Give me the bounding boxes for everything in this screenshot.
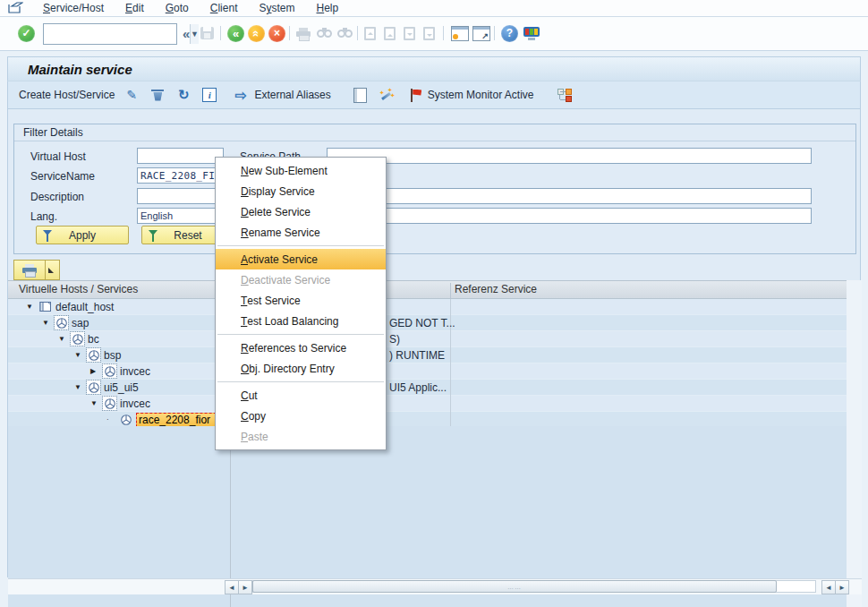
context-menu-item[interactable]: Rename Service	[216, 222, 386, 243]
context-menu-item[interactable]: Cut	[216, 385, 386, 406]
expander-icon[interactable]: ▼	[58, 335, 71, 343]
column-separator	[450, 347, 451, 363]
external-aliases-arrow-icon[interactable]: ⇨	[232, 87, 250, 103]
column-divider[interactable]	[450, 283, 451, 298]
scroll-left-button[interactable]: ◄	[225, 580, 239, 594]
scroll-left-button-right-pane[interactable]: ◄	[821, 580, 836, 594]
column-header-hosts-services[interactable]: Virtuelle Hosts / Services	[19, 283, 138, 295]
menu-item[interactable]: Client	[200, 1, 249, 15]
context-menu-item[interactable]: Activate Service	[216, 249, 386, 269]
display-change-icon[interactable]: ✎	[123, 87, 140, 103]
tree-node-label[interactable]: invcec	[120, 398, 150, 410]
scroll-right-button[interactable]: ►	[238, 580, 252, 594]
menu-item[interactable]: System	[248, 1, 305, 15]
tree-node-label[interactable]: race_2208_fior	[136, 413, 226, 427]
tree-node-label[interactable]: bc	[88, 333, 99, 346]
find-next-icon[interactable]	[337, 24, 353, 42]
apply-funnel-icon	[43, 230, 52, 235]
scrollbar-thumb[interactable]: ……	[252, 580, 777, 593]
context-menu-item[interactable]: Test Service	[216, 290, 386, 311]
expander-icon[interactable]: ▼	[74, 383, 87, 391]
column-separator	[450, 331, 451, 347]
last-page-icon[interactable]	[423, 24, 435, 42]
save-icon[interactable]	[200, 24, 214, 42]
page-up-icon[interactable]	[384, 24, 396, 42]
hierarchy-maintenance-icon[interactable]	[556, 87, 574, 103]
print-button[interactable]	[13, 260, 46, 280]
command-field[interactable]: ▼	[43, 23, 177, 45]
service-icon	[87, 348, 100, 362]
menu-item[interactable]: Goto	[155, 1, 200, 15]
external-aliases-button[interactable]: External Aliases	[254, 89, 330, 101]
filter-details-caption: Filter Details	[14, 124, 855, 141]
tree-node-label[interactable]: sap	[72, 317, 89, 329]
menu-item[interactable]: Edit	[115, 1, 155, 15]
exit-icon[interactable]: ×	[268, 24, 285, 42]
context-menu-item[interactable]: Deactivate Service	[216, 269, 386, 290]
context-menu-item[interactable]: Test Load Balancing	[216, 311, 386, 331]
menu-item[interactable]: Help	[306, 1, 350, 15]
expander-icon[interactable]: ·	[106, 415, 119, 423]
tree-rows: ▼ default_host ▼ sap GED NOT T	[8, 299, 847, 428]
column-separator	[450, 299, 451, 315]
service-icon	[103, 364, 116, 378]
create-shortcut-icon[interactable]: ↗	[472, 24, 490, 42]
tree-row[interactable]: ▼ ui5_ui5 UI5 Applic...	[8, 380, 847, 396]
tree-node-label[interactable]: bsp	[104, 349, 121, 362]
context-menu-item[interactable]: New Sub-Element	[216, 160, 386, 181]
context-menu-item[interactable]: Display Service	[216, 181, 386, 201]
expander-icon[interactable]: ▼	[74, 351, 87, 359]
enter-button[interactable]: ✓	[18, 24, 35, 42]
page-down-icon[interactable]	[404, 24, 415, 42]
tree-row[interactable]: ▼ sap GED NOT T...	[8, 315, 847, 331]
info-icon[interactable]: i	[200, 87, 218, 103]
notebook-icon[interactable]	[352, 87, 370, 103]
delete-icon[interactable]	[149, 87, 166, 103]
tree-row[interactable]: ▼ bc S)	[8, 331, 847, 347]
tree-row[interactable]: ▼ bsp ) RUNTIME	[8, 347, 847, 363]
scroll-right-button-right-pane[interactable]: ►	[835, 580, 849, 594]
sap-gui-window: Service/Host Edit Goto Client System Hel…	[0, 0, 868, 607]
service-path-input[interactable]	[327, 148, 812, 164]
service-icon	[119, 413, 132, 426]
tree-row[interactable]: ▶ invcec	[8, 363, 847, 380]
reference-service-input[interactable]	[327, 208, 812, 224]
collapse-toolbar-icon[interactable]: «	[183, 24, 190, 42]
column-header-referenz-service[interactable]: Referenz Service	[455, 283, 537, 295]
refresh-icon[interactable]: ↻	[174, 87, 192, 103]
wizard-icon[interactable]: ✦✦✦	[378, 87, 396, 103]
command-input[interactable]	[44, 24, 190, 44]
virtual-host-input[interactable]	[137, 148, 224, 164]
apply-button[interactable]: Apply	[36, 226, 129, 244]
node-description: GED NOT T...	[389, 317, 455, 329]
print-icon[interactable]	[296, 24, 311, 42]
language-label: Lang.	[30, 209, 57, 224]
context-menu-item[interactable]: Obj. Directory Entry	[216, 358, 386, 379]
sapgui-system-icon[interactable]	[8, 2, 23, 13]
tree-row[interactable]: ▼ default_host	[8, 299, 847, 315]
create-host-service-button[interactable]: Create Host/Service	[19, 89, 115, 101]
expander-icon[interactable]: ▼	[90, 399, 103, 407]
back-icon[interactable]: «	[227, 24, 244, 42]
new-session-icon[interactable]	[451, 24, 469, 42]
tree-node-label[interactable]: ui5_ui5	[104, 381, 139, 394]
expander-icon[interactable]: ▶	[90, 367, 103, 375]
context-menu-item[interactable]: Copy	[216, 406, 386, 426]
tree-node-label[interactable]: default_host	[55, 301, 114, 313]
expander-icon[interactable]: ▼	[26, 303, 38, 311]
menu-item[interactable]: Service/Host	[32, 1, 115, 15]
tree-row[interactable]: ▼ invcec	[8, 396, 847, 412]
context-menu-item[interactable]: Paste	[216, 426, 386, 447]
context-menu-item[interactable]: Delete Service	[216, 201, 386, 222]
node-description: UI5 Applic...	[389, 381, 447, 394]
command-dropdown-icon[interactable]: ▼	[190, 24, 199, 44]
customize-layout-icon[interactable]	[523, 24, 540, 42]
help-icon[interactable]: ?	[501, 24, 518, 42]
first-page-icon[interactable]	[364, 24, 376, 42]
up-icon[interactable]: «	[248, 24, 265, 42]
expander-icon[interactable]: ▼	[42, 319, 55, 327]
tree-node-label[interactable]: invcec	[120, 365, 150, 378]
context-menu-item[interactable]: References to Service	[216, 338, 386, 358]
find-icon[interactable]	[317, 24, 332, 42]
print-dropdown-button[interactable]	[45, 260, 60, 280]
